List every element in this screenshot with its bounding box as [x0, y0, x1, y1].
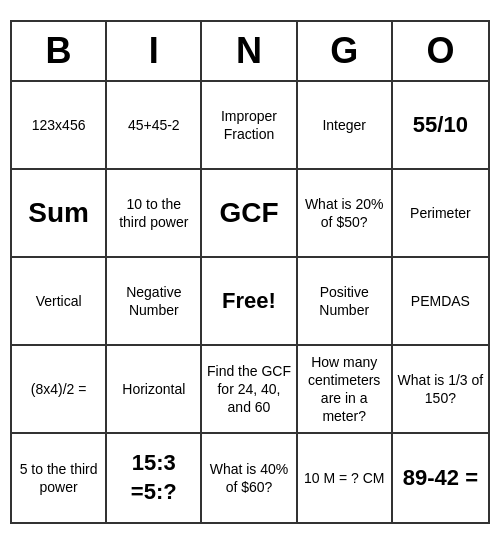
bingo-cell-7: GCF — [202, 170, 297, 258]
bingo-cell-8: What is 20% of $50? — [298, 170, 393, 258]
bingo-cell-9: Perimeter — [393, 170, 488, 258]
bingo-cell-20: 5 to the third power — [12, 434, 107, 522]
header-letter-i: I — [107, 22, 202, 80]
bingo-cell-0: 123x456 — [12, 82, 107, 170]
bingo-cell-17: Find the GCF for 24, 40, and 60 — [202, 346, 297, 434]
bingo-cell-6: 10 to the third power — [107, 170, 202, 258]
bingo-cell-18: How many centimeters are in a meter? — [298, 346, 393, 434]
bingo-cell-21: 15:3 =5:? — [107, 434, 202, 522]
bingo-cell-4: 55/10 — [393, 82, 488, 170]
bingo-cell-11: Negative Number — [107, 258, 202, 346]
bingo-cell-22: What is 40% of $60? — [202, 434, 297, 522]
bingo-cell-19: What is 1/3 of 150? — [393, 346, 488, 434]
header-letter-b: B — [12, 22, 107, 80]
bingo-cell-2: Improper Fraction — [202, 82, 297, 170]
bingo-cell-23: 10 M = ? CM — [298, 434, 393, 522]
bingo-cell-15: (8x4)/2 = — [12, 346, 107, 434]
bingo-cell-10: Vertical — [12, 258, 107, 346]
bingo-cell-5: Sum — [12, 170, 107, 258]
bingo-cell-3: Integer — [298, 82, 393, 170]
bingo-cell-13: Positive Number — [298, 258, 393, 346]
bingo-card: BINGO 123x45645+45-2Improper FractionInt… — [10, 20, 490, 524]
bingo-header: BINGO — [12, 22, 488, 82]
bingo-grid: 123x45645+45-2Improper FractionInteger55… — [12, 82, 488, 522]
bingo-cell-16: Horizontal — [107, 346, 202, 434]
bingo-cell-24: 89-42 = — [393, 434, 488, 522]
bingo-cell-14: PEMDAS — [393, 258, 488, 346]
bingo-cell-1: 45+45-2 — [107, 82, 202, 170]
header-letter-g: G — [298, 22, 393, 80]
header-letter-n: N — [202, 22, 297, 80]
bingo-cell-12: Free! — [202, 258, 297, 346]
header-letter-o: O — [393, 22, 488, 80]
